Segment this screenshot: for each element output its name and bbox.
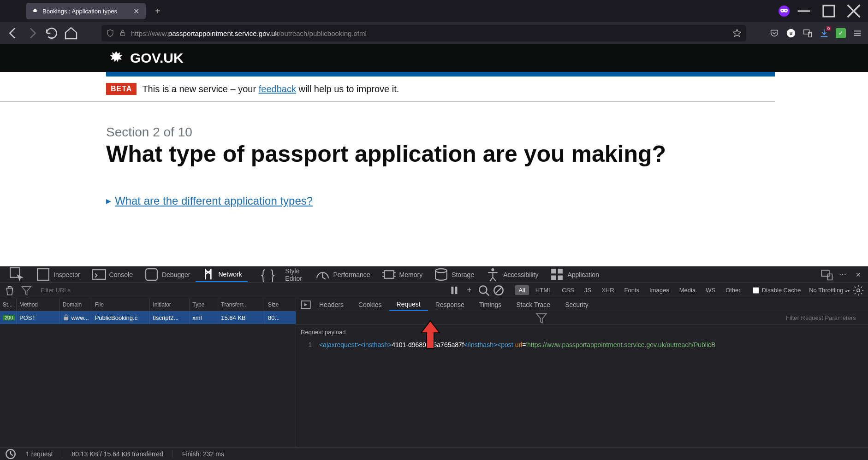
detail-tab-request[interactable]: Request [389,298,428,311]
filter-js[interactable]: JS [581,285,595,295]
bookmark-star-icon[interactable] [732,29,742,38]
svg-rect-18 [384,271,394,278]
browser-tab[interactable]: Bookings : Application types ✕ [26,3,146,19]
detail-tab-timings[interactable]: Timings [472,298,509,311]
new-tab-button[interactable]: + [149,3,166,19]
downloads-icon[interactable] [819,28,829,38]
filter-ws[interactable]: WS [702,285,719,295]
pocket-icon[interactable] [769,28,779,38]
devtools-tool-tabs: Inspector Console Debugger Network Style… [0,267,868,283]
responsive-view-icon[interactable] [821,269,833,281]
filter-images[interactable]: Images [646,285,673,295]
settings-gear-icon[interactable] [852,284,864,296]
svg-rect-3 [823,6,834,17]
request-row[interactable]: 200 POST www... PublicBooking.c tlscript… [0,311,296,324]
ublock-icon[interactable]: u [786,28,796,38]
status-code: 200 [3,315,15,320]
filter-params-input[interactable] [786,314,863,321]
add-button[interactable]: + [463,284,475,296]
filter-media[interactable]: Media [676,285,699,295]
svg-rect-26 [558,269,563,273]
tab-memory[interactable]: Memory [376,267,428,282]
disable-cache-checkbox[interactable]: Disable Cache [753,287,801,294]
col-file[interactable]: File [92,298,150,311]
payload-label: Request payload [296,325,868,339]
tab-performance[interactable]: Performance [309,267,375,282]
detail-tab-stacktrace[interactable]: Stack Trace [509,298,558,311]
filter-css[interactable]: CSS [558,285,578,295]
gov-header: GOV.UK [0,44,868,72]
devtools-close-icon[interactable]: ✕ [852,269,864,281]
svg-rect-27 [552,276,556,280]
maximize-button[interactable] [818,4,839,18]
toggle-raw-icon[interactable] [300,299,312,311]
svg-rect-28 [558,276,563,280]
detail-tab-security[interactable]: Security [558,298,596,311]
close-tab-icon[interactable]: ✕ [132,7,140,15]
svg-rect-6 [120,33,125,36]
url-text: https://www.passportappointment.service.… [131,29,728,37]
requests-count: 1 request [26,450,53,458]
clear-button[interactable] [4,284,16,296]
responsive-design-icon[interactable] [803,28,813,38]
home-button[interactable] [64,26,78,41]
filter-html[interactable]: HTML [532,285,555,295]
filter-xhr[interactable]: XHR [598,285,618,295]
close-window-button[interactable] [843,4,864,18]
page-heading: What type of passport application are yo… [0,142,868,167]
url-bar[interactable]: https://www.passportappointment.service.… [101,25,746,41]
tab-network[interactable]: Network [196,267,247,282]
govuk-logo[interactable]: GOV.UK [106,50,184,66]
section-indicator: Section 2 of 10 [0,102,868,142]
col-initiator[interactable]: Initiator [150,298,190,311]
svg-point-37 [857,289,860,292]
tab-console[interactable]: Console [86,267,138,282]
svg-line-36 [496,287,502,293]
tab-inspector[interactable]: Inspector [30,267,86,282]
col-transferred[interactable]: Transferr... [218,298,265,311]
minimize-button[interactable] [793,4,814,18]
tab-title: Bookings : Application types [42,8,128,15]
cell-transferred: 15.64 KB [218,311,265,324]
forward-button[interactable] [25,26,40,41]
col-status[interactable]: St... [0,298,17,311]
feedback-link[interactable]: feedback [259,84,296,94]
tab-application[interactable]: Application [544,267,605,282]
back-button[interactable] [6,26,20,41]
govuk-logo-text: GOV.UK [130,50,184,66]
shield-icon [106,29,114,37]
throttling-dropdown[interactable]: No Throttling ▴▾ [809,287,850,294]
disclosure-link[interactable]: What are the different application types… [115,195,313,207]
search-icon[interactable] [478,284,490,296]
payload-code[interactable]: 1 <ajaxrequest><insthash>4101-d9689b26a7… [296,339,868,350]
reload-button[interactable] [44,26,59,41]
detail-tab-cookies[interactable]: Cookies [351,298,389,311]
filter-fonts[interactable]: Fonts [621,285,643,295]
block-icon[interactable] [493,284,505,296]
tab-accessibility[interactable]: Accessibility [480,267,544,282]
extension-icon[interactable]: ✓ [836,28,846,38]
tab-style-editor[interactable]: Style Editor [248,267,310,282]
element-picker-button[interactable] [4,267,30,282]
detail-tab-response[interactable]: Response [428,298,472,311]
finish-time: Finish: 232 ms [182,450,224,458]
hamburger-menu-icon[interactable] [852,28,862,38]
filter-all[interactable]: All [515,285,529,295]
detail-tab-headers[interactable]: Headers [312,298,351,311]
tab-storage[interactable]: Storage [428,267,480,282]
tab-debugger[interactable]: Debugger [138,267,196,282]
col-domain[interactable]: Domain [60,298,92,311]
col-type[interactable]: Type [190,298,218,311]
perf-analysis-icon[interactable] [5,448,17,460]
filter-urls-input[interactable] [37,285,120,295]
disclosure-summary[interactable]: ▶ What are the different application typ… [0,167,868,217]
svg-rect-25 [552,269,556,273]
pause-button[interactable] [448,284,460,296]
line-number: 1 [301,341,319,348]
col-size[interactable]: Size [265,298,296,311]
svg-rect-32 [455,286,458,294]
filter-other[interactable]: Other [722,285,744,295]
filter-icon[interactable] [20,284,32,296]
devtools-menu-icon[interactable]: ⋯ [837,269,849,281]
col-method[interactable]: Method [17,298,60,311]
